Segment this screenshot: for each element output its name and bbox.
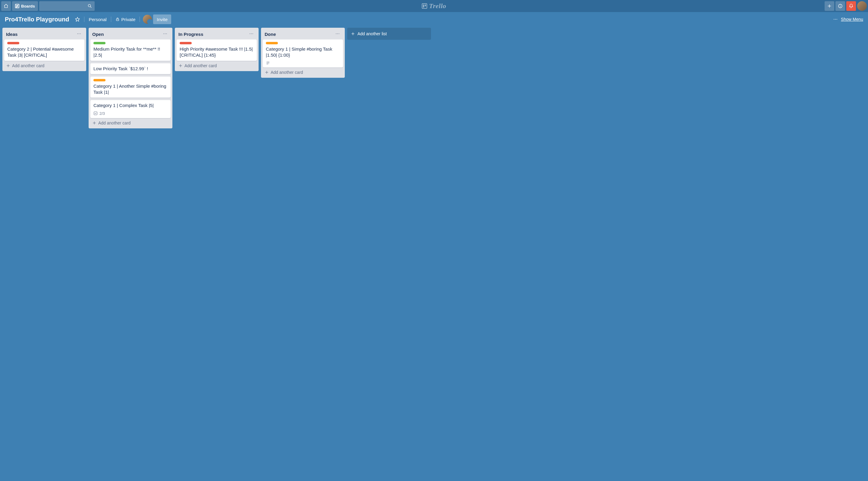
svg-point-24 [251,33,252,34]
user-avatar[interactable] [857,1,867,11]
card-title: Medium Priority Task for **me** !! |2.5| [93,46,167,59]
board-title[interactable]: Pro4Trello Playground [5,16,69,23]
svg-point-13 [79,33,79,34]
description-icon [266,61,270,65]
card-list: High Priority #awesome Task !!! |1.5| [C… [177,39,257,61]
card-label[interactable] [7,42,19,44]
list-header: In Progress [177,30,257,39]
list-title[interactable]: In Progress [179,32,204,37]
ellipsis-icon [163,31,167,36]
list-title[interactable]: Done [265,32,276,37]
search-icon [87,4,92,8]
create-button[interactable] [825,1,834,11]
info-button[interactable] [835,1,845,11]
board-member-avatar[interactable] [143,15,152,24]
home-button[interactable] [1,1,11,11]
add-card-label: Add another card [271,70,303,75]
plus-icon [265,70,269,74]
trello-logo-icon [422,3,427,9]
info-icon [838,4,843,8]
add-card-label: Add another card [98,121,130,125]
star-icon [75,17,80,22]
card[interactable]: High Priority #awesome Task !!! |1.5| [C… [177,39,257,61]
card[interactable]: Category 1 | Simple #boring Task |1.50| … [263,39,343,67]
svg-point-14 [80,33,81,34]
svg-point-9 [834,19,834,20]
add-card-button[interactable]: Add another card [4,61,84,69]
add-card-label: Add another card [12,63,44,68]
separator [140,17,140,22]
plus-icon [92,121,96,125]
list-header: Ideas [4,30,84,39]
ellipsis-icon [833,17,838,22]
svg-point-12 [77,33,78,34]
add-list-button[interactable]: Add another list [347,28,431,40]
svg-point-28 [336,33,336,34]
plus-icon [6,64,10,68]
plus-icon [827,4,832,8]
card[interactable]: Category 1 | Another Simple #boring Task… [90,76,170,98]
svg-point-18 [165,33,165,34]
star-button[interactable] [72,14,83,24]
card-title: Category 1 | Complex Task |5| [93,102,167,108]
card[interactable]: Low Priority Task `$12.99` ! [90,63,170,74]
svg-point-11 [837,19,837,20]
list-title[interactable]: Open [92,32,104,37]
ellipsis-icon [335,31,340,36]
add-card-button[interactable]: Add another card [177,61,257,69]
list-menu-button[interactable] [334,31,341,38]
global-header-right [825,1,867,11]
svg-point-25 [253,33,253,34]
svg-point-23 [250,33,250,34]
boards-button[interactable]: Boards [12,1,38,11]
card-list: Category 1 | Simple #boring Task |1.50| … [263,39,343,67]
card-label[interactable] [93,42,105,44]
list-title[interactable]: Ideas [6,32,18,37]
app-logo[interactable]: Trello [422,2,446,10]
list-menu-button[interactable] [161,31,169,38]
list-menu-button[interactable] [75,31,83,38]
boards-icon [15,4,19,8]
invite-button[interactable]: Invite [153,14,171,24]
card-badges [266,61,340,65]
add-card-button[interactable]: Add another card [90,118,170,127]
home-icon [4,4,8,8]
svg-point-17 [163,33,164,34]
list-menu-button[interactable] [248,31,255,38]
card-title: Category 1 | Simple #boring Task |1.50| … [266,46,340,59]
svg-point-19 [166,33,167,34]
svg-rect-20 [94,112,97,115]
show-menu-button[interactable]: Show Menu [841,17,863,22]
card-label[interactable] [180,42,192,44]
ellipsis-icon [249,31,254,36]
card[interactable]: Category 1 | Complex Task |5|2/3 [90,100,170,118]
card[interactable]: Category 2 | Potential #awesome Task |3|… [4,39,84,61]
card-label[interactable] [93,79,105,82]
checklist-count: 2/3 [99,111,105,116]
search-input[interactable] [39,1,95,11]
card-badges: 2/3 [93,111,167,116]
list-header: Open [90,30,170,39]
add-list-label: Add another list [358,31,387,36]
team-button[interactable]: Personal [86,14,110,24]
board-header: Pro4Trello Playground Personal Private I… [0,12,868,27]
plus-icon [179,64,183,68]
card-title: Low Priority Task `$12.99` ! [93,66,167,72]
lock-icon [116,17,120,22]
list: In ProgressHigh Priority #awesome Task !… [175,28,258,71]
add-card-button[interactable]: Add another card [263,67,343,76]
card-title: Category 1 | Another Simple #boring Task… [93,83,167,96]
list: DoneCategory 1 | Simple #boring Task |1.… [261,28,345,78]
global-header-left: Boards [1,1,95,11]
svg-point-30 [339,33,339,34]
card[interactable]: Medium Priority Task for **me** !! |2.5| [90,39,170,61]
card-label[interactable] [266,42,278,44]
notifications-button[interactable] [846,1,856,11]
svg-point-10 [835,19,836,20]
boards-label: Boards [21,4,35,8]
card-title: Category 2 | Potential #awesome Task |3|… [7,46,82,59]
visibility-button[interactable]: Private [113,14,138,24]
svg-marker-7 [76,17,80,21]
svg-point-6 [840,5,840,5]
separator [111,17,111,22]
